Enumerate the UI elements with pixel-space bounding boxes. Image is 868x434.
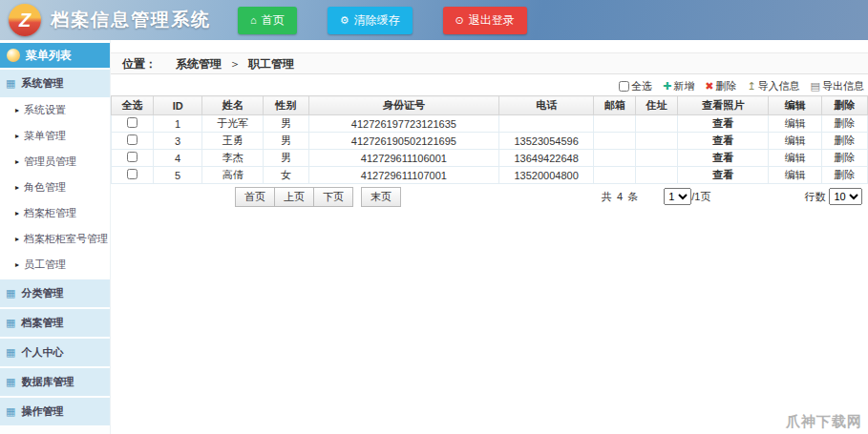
- sidebar-item-label: 档案管理: [21, 316, 63, 330]
- sidebar-item-database-management[interactable]: ▦ 数据库管理: [0, 368, 110, 396]
- table-row: 4 李杰 男 412729611106001 13649422648 查看 编辑…: [112, 150, 868, 167]
- export-button[interactable]: ▤ 导出信息: [811, 79, 864, 93]
- col-address: 住址: [636, 96, 678, 115]
- page: Z 档案信息管理系统 ⌂ 首页 ⚙ 清除缓存 ⊙ 退出登录 菜单列表: [0, 0, 868, 434]
- page-select-group: 1 /1页: [664, 188, 710, 205]
- view-photo-link[interactable]: 查看: [677, 133, 769, 150]
- logout-button-label: 退出登录: [469, 12, 515, 29]
- prev-page-button[interactable]: 上页: [274, 187, 314, 207]
- app-header: Z 档案信息管理系统 ⌂ 首页 ⚙ 清除缓存 ⊙ 退出登录: [0, 0, 868, 40]
- cell-gender: 男: [264, 133, 309, 150]
- delete-link[interactable]: 删除: [822, 167, 868, 184]
- sidebar-item-system-management[interactable]: ▦ 系统管理: [0, 70, 110, 97]
- grid-icon: ▦: [6, 405, 15, 418]
- cell-id: 4: [153, 150, 202, 167]
- pagination-bar: 首页上页下页末页 共 4 条 1 /1页 行数 10: [111, 187, 868, 206]
- logout-button[interactable]: ⊙ 退出登录: [443, 7, 527, 34]
- app-title: 档案信息管理系统: [51, 8, 211, 32]
- view-photo-link[interactable]: 查看: [677, 167, 769, 184]
- col-id-card: 身份证号: [308, 96, 498, 115]
- home-button[interactable]: ⌂ 首页: [238, 7, 297, 34]
- cell-phone: 13520004800: [498, 167, 594, 184]
- edit-link[interactable]: 编辑: [769, 150, 822, 167]
- sidebar-item-archive-management[interactable]: ▦ 档案管理: [0, 309, 110, 337]
- select-all-control[interactable]: 全选: [619, 79, 652, 93]
- sidebar-item-operation-management[interactable]: ▦ 操作管理: [0, 398, 110, 425]
- cell-name: 李杰: [202, 150, 264, 167]
- grid-icon: ▦: [6, 376, 15, 388]
- row-checkbox[interactable]: [127, 134, 138, 145]
- sidebar-item-category-management[interactable]: ▦ 分类管理: [0, 279, 110, 307]
- sidebar-item-label: 操作管理: [21, 404, 63, 419]
- delete-link[interactable]: 删除: [822, 150, 868, 167]
- cell-gender: 男: [264, 150, 309, 167]
- triangle-right-icon: ▸: [15, 260, 19, 269]
- next-page-button[interactable]: 下页: [313, 187, 353, 207]
- view-photo-link[interactable]: 查看: [677, 150, 769, 167]
- cell-address: [636, 133, 678, 150]
- col-delete: 删除: [822, 96, 868, 115]
- power-icon: ⊙: [455, 14, 464, 27]
- sidebar-item-admin-management[interactable]: ▸ 管理员管理: [0, 149, 110, 175]
- rows-per-page-select[interactable]: 10: [829, 188, 862, 205]
- col-select-all: 全选: [112, 96, 154, 115]
- header-buttons: ⌂ 首页 ⚙ 清除缓存 ⊙ 退出登录: [238, 7, 527, 34]
- sidebar-item-label: 数据库管理: [21, 375, 74, 389]
- delete-button[interactable]: ✖ 删除: [705, 79, 736, 93]
- submenu-item-label: 系统设置: [24, 103, 66, 117]
- sidebar-item-cabinet-room-management[interactable]: ▸ 档案柜柜室号管理: [0, 226, 110, 252]
- edit-link[interactable]: 编辑: [769, 167, 822, 184]
- view-photo-link[interactable]: 查看: [677, 115, 769, 133]
- add-icon: ✚: [663, 80, 671, 93]
- menu-ball-icon: [7, 49, 20, 62]
- breadcrumb-parent[interactable]: 系统管理: [176, 57, 222, 71]
- row-checkbox[interactable]: [127, 117, 138, 128]
- grid-icon: ▦: [6, 287, 15, 300]
- sidebar-item-role-management[interactable]: ▸ 角色管理: [0, 175, 110, 200]
- sidebar-item-label: 分类管理: [21, 286, 63, 300]
- cell-id-card: 412726190502121695: [308, 133, 498, 150]
- sidebar-item-cabinet-management[interactable]: ▸ 档案柜管理: [0, 200, 110, 226]
- breadcrumb-current: 职工管理: [248, 57, 294, 71]
- sidebar-item-personal-center[interactable]: ▦ 个人中心: [0, 339, 110, 366]
- col-edit: 编辑: [769, 96, 822, 115]
- delete-link[interactable]: 删除: [822, 133, 868, 150]
- cell-phone: 13523054596: [498, 133, 594, 150]
- staff-table: 全选 ID 姓名 性别 身份证号 电话 邮箱 住址 查看照片 编辑 删除: [111, 95, 868, 184]
- sidebar-item-system-settings[interactable]: ▸ 系统设置: [0, 97, 110, 123]
- add-button[interactable]: ✚ 新增: [663, 79, 694, 93]
- breadcrumb-separator: ＞: [229, 57, 241, 71]
- cell-id-card: 412726197723121635: [308, 115, 498, 133]
- row-checkbox[interactable]: [127, 169, 138, 179]
- sidebar-item-employee-management[interactable]: ▸ 员工管理: [0, 252, 110, 278]
- edit-link[interactable]: 编辑: [769, 115, 822, 133]
- page-suffix: /1页: [691, 190, 710, 204]
- last-page-button[interactable]: 末页: [361, 187, 401, 207]
- sidebar-item-menu-management[interactable]: ▸ 菜单管理: [0, 123, 110, 149]
- select-all-checkbox[interactable]: [619, 81, 629, 92]
- row-checkbox[interactable]: [127, 152, 138, 162]
- cell-email: [594, 150, 636, 167]
- cell-phone: [498, 115, 594, 133]
- first-page-button[interactable]: 首页: [235, 187, 275, 207]
- cell-id: 3: [153, 133, 202, 150]
- triangle-right-icon: ▸: [15, 157, 19, 166]
- col-gender: 性别: [264, 96, 309, 115]
- triangle-right-icon: ▸: [15, 235, 19, 243]
- page-select[interactable]: 1: [664, 188, 691, 205]
- triangle-right-icon: ▸: [15, 209, 19, 217]
- cell-address: [636, 167, 678, 184]
- sidebar-menu-header-label: 菜单列表: [26, 48, 72, 64]
- col-phone: 电话: [498, 96, 594, 115]
- clear-cache-button[interactable]: ⚙ 清除缓存: [328, 7, 413, 34]
- submenu-item-label: 档案柜管理: [24, 206, 76, 220]
- col-name: 姓名: [202, 96, 264, 115]
- submenu-item-label: 档案柜柜室号管理: [24, 232, 108, 246]
- table-row: 1 于光军 男 412726197723121635 查看 编辑 删除: [112, 115, 868, 133]
- import-button[interactable]: ↥ 导入信息: [747, 79, 799, 93]
- cell-phone: 13649422648: [498, 150, 594, 167]
- delete-link[interactable]: 删除: [822, 115, 868, 133]
- edit-link[interactable]: 编辑: [769, 133, 822, 150]
- sidebar-menu-header: 菜单列表: [0, 43, 110, 68]
- rows-label: 行数: [804, 190, 825, 204]
